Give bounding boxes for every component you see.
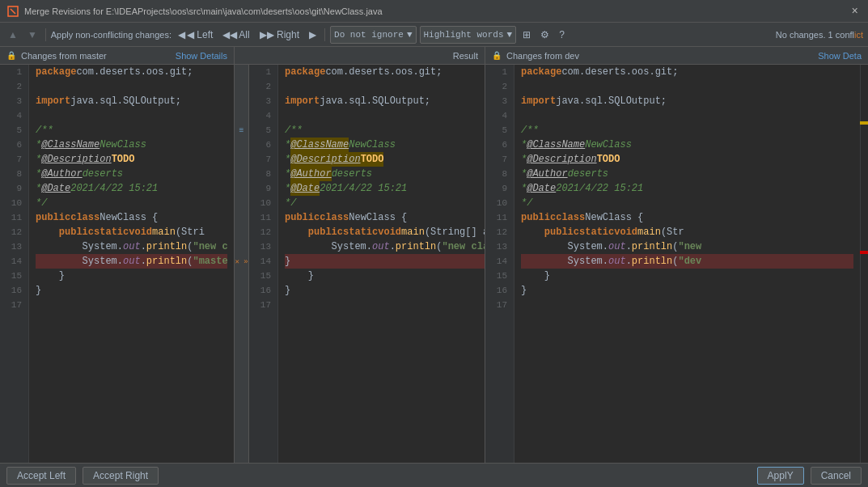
gutter-arrow-5[interactable]: ≡ [239,123,243,138]
left-line-10: */ [36,196,227,210]
mid-line-6: * @ClassName NewClass [285,138,485,152]
main-content: 🔒 Changes from master Show Details 1 2 3… [0,47,868,463]
right-line-num-4: 4 [492,108,507,123]
left-line-12: public static void main(Stri [36,225,227,239]
mid-line-8: * @Author deserts [285,167,485,181]
right-line-10: */ [521,196,853,210]
svg-line-1 [11,9,15,14]
right-line-5: /** [521,123,853,138]
mid-line-num-7: 7 [256,152,271,167]
next-change-button[interactable]: ▼ [24,28,40,42]
gutter-empty-3 [239,94,243,108]
mid-line-5: /** [285,123,485,138]
right-line-7: * @Description TODO [521,152,853,167]
apply-button[interactable]: ApplY [757,467,804,485]
line-num-6: 6 [6,138,22,152]
left-line-9: * @Date 2021/4/22 15:21 [36,181,227,196]
middle-code-content: 1 2 3 4 5 6 7 8 9 10 11 12 13 14 [249,65,485,463]
middle-panel: Result ≡ [235,47,485,463]
right-line-15: } [521,269,853,283]
right-line-num-13: 13 [492,239,507,254]
left-line-7: * @Description TODO [36,152,227,167]
line-num-9: 9 [6,181,22,196]
left-line-3: import java.sql.SQLOutput; [36,94,227,108]
mid-line-9: * @Date 2021/4/22 15:21 [285,181,485,196]
apply-right-arrow-button[interactable]: ▶ [306,28,320,42]
left-line-15: } [36,269,227,283]
gutter-empty-12 [239,225,243,239]
right-line-4 [521,108,853,123]
accept-right-button[interactable]: Accept Right [83,467,159,485]
middle-line-numbers: 1 2 3 4 5 6 7 8 9 10 11 12 13 14 [249,65,278,463]
mid-line-num-4: 4 [256,108,271,123]
line-num-3: 3 [6,94,22,108]
left-line-2 [36,79,227,94]
left-line-8: * @Author deserts [36,167,227,181]
mid-line-3: import java.sql.SQLOutput; [285,94,485,108]
settings-button[interactable]: ⚙ [537,28,553,42]
right-line-6: * @ClassName NewClass [521,138,853,152]
toolbar-separator-1 [45,28,46,41]
right-show-details[interactable]: Show Deta [818,51,862,61]
minimap-marker-red [860,251,868,254]
line-num-7: 7 [6,152,22,167]
gutter-empty-6 [239,138,243,152]
accept-left-button[interactable]: Accept Left [6,467,76,485]
mid-line-14: } [285,254,485,269]
right-line-num-15: 15 [492,269,507,283]
gutter-empty-2 [239,79,243,94]
left-editor[interactable]: 1 2 3 4 5 6 7 8 9 10 11 12 13 14 [0,65,234,463]
mid-line-num-3: 3 [256,94,271,108]
mid-line-2 [285,79,485,94]
mid-line-num-14: 14 [256,254,271,269]
columns-button[interactable]: ⊞ [519,28,534,42]
left-code-lines: package com.deserts.oos.git; import java… [29,65,234,463]
gutter-conflict-14[interactable]: ✕ » [235,254,248,269]
apply-right-button[interactable]: ▶▶ Right [256,28,303,42]
right-line-1: package com.deserts.oos.git; [521,65,853,79]
gutter-empty-9 [239,181,243,196]
line-num-12: 12 [6,225,22,239]
right-line-num-7: 7 [492,152,507,167]
mid-line-4 [285,108,485,123]
right-editor[interactable]: 1 2 3 4 5 6 7 8 9 10 11 12 13 14 [485,65,868,463]
left-show-details[interactable]: Show Details [176,51,227,61]
right-panel-title: Changes from dev [506,51,579,61]
gutter-empty-8 [239,167,243,181]
middle-code-lines: package com.deserts.oos.git; import java… [278,65,485,463]
middle-editor[interactable]: ≡ ✕ » 1 [235,65,485,463]
left-panel-title: Changes from master [21,51,107,61]
cancel-button[interactable]: Cancel [811,467,862,485]
right-line-num-8: 8 [492,167,507,181]
left-line-1: package com.deserts.oos.git; [36,65,227,79]
highlight-dropdown[interactable]: Highlight words ▼ [420,26,517,44]
apply-all-button[interactable]: ◀◀ All [219,28,252,42]
apply-left-button[interactable]: ◀ ◀ Left [175,28,216,42]
right-line-12: public static void main(Str [521,225,853,239]
all-arrows-icon: ◀◀ [222,29,237,40]
gutter-empty-7 [239,152,243,167]
minimap-marker-yellow [860,121,868,125]
left-line-13: System.out.println("new c [36,239,227,254]
help-button[interactable]: ? [556,28,568,42]
mid-line-num-6: 6 [256,138,271,152]
mid-line-num-1: 1 [256,65,271,79]
right-line-14: System.out.println("dev [521,254,853,269]
left-panel: 🔒 Changes from master Show Details 1 2 3… [0,47,235,463]
gutter-empty-17 [239,298,243,312]
dropdown-arrow-icon-2: ▼ [507,30,513,40]
line-num-11: 11 [6,210,22,225]
prev-change-button[interactable]: ▲ [5,28,21,42]
line-num-4: 4 [6,108,22,123]
close-button[interactable]: × [849,5,862,18]
right-line-num-10: 10 [492,196,507,210]
right-panel-content: 1 2 3 4 5 6 7 8 9 10 11 12 13 14 [485,65,868,463]
mid-line-12: public static void main(String[] a [285,225,485,239]
mid-line-num-16: 16 [256,283,271,298]
middle-panel-content: ≡ ✕ » 1 [235,65,485,463]
line-num-5: 5 [6,123,22,138]
ignore-dropdown[interactable]: Do not ignore ▼ [330,26,416,44]
left-line-6: * @ClassName NewClass [36,138,227,152]
window-title: Merge Revisions for E:\IDEAProjects\oos\… [24,6,849,16]
line-num-10: 10 [6,196,22,210]
